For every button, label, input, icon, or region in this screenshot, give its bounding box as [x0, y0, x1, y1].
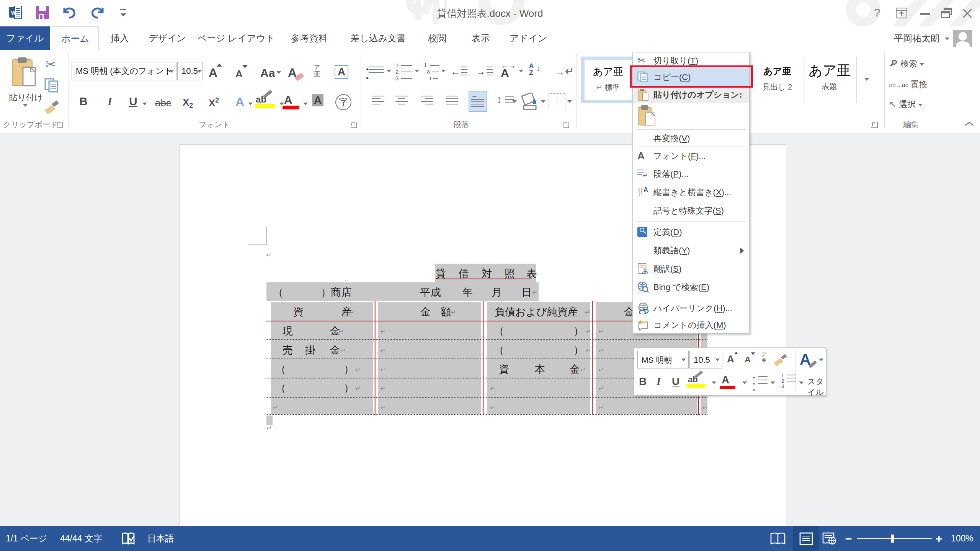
- zoom-out-icon[interactable]: −: [845, 526, 852, 551]
- bullet-list-dropdown-icon[interactable]: [387, 70, 391, 72]
- underline-dropdown-icon[interactable]: [142, 103, 147, 105]
- font-color-icon[interactable]: A: [284, 93, 292, 106]
- line-spacing-dropdown-icon[interactable]: [512, 100, 517, 103]
- proofing-icon[interactable]: [122, 532, 136, 545]
- shrink-font-icon[interactable]: A: [235, 68, 243, 80]
- font-size-select[interactable]: 10.5: [177, 62, 203, 80]
- mini-highlight-icon[interactable]: ab: [688, 375, 698, 385]
- tab-addins[interactable]: アドイン: [506, 26, 551, 50]
- italic-icon[interactable]: I: [108, 95, 112, 108]
- menu-item-translate[interactable]: あ翻訳(S): [633, 260, 749, 278]
- format-painter-icon[interactable]: [44, 99, 60, 115]
- superscript-icon[interactable]: X2: [209, 96, 219, 109]
- mini-highlight-dropdown-icon[interactable]: [712, 381, 716, 384]
- select-button[interactable]: ↖ 選択: [889, 99, 923, 110]
- justify-icon[interactable]: [446, 96, 458, 106]
- sort-icon[interactable]: AZ↓: [529, 63, 534, 77]
- page-indicator[interactable]: 1/1 ページ: [6, 526, 47, 551]
- tab-view[interactable]: 表示: [460, 26, 502, 50]
- print-layout-button[interactable]: [793, 526, 819, 551]
- bullet-list-icon[interactable]: [369, 67, 384, 75]
- menu-item-reconvert[interactable]: 再変換(V): [633, 130, 749, 147]
- bold-icon[interactable]: B: [79, 95, 88, 108]
- distribute-icon[interactable]: ↔: [469, 91, 487, 112]
- word-count[interactable]: 44/44 文字: [60, 526, 102, 551]
- strikethrough-icon[interactable]: abc: [155, 97, 171, 109]
- enclose-characters-icon[interactable]: 字: [335, 94, 351, 110]
- menu-item-symbol[interactable]: 記号と特殊文字(S): [633, 202, 749, 220]
- underline-icon[interactable]: U: [129, 95, 137, 108]
- show-marks-icon[interactable]: →↵: [554, 65, 574, 78]
- mini-grow-font-icon[interactable]: A: [727, 353, 734, 365]
- style-title[interactable]: あア亜 表題: [803, 57, 856, 103]
- numbered-list-icon[interactable]: 123: [395, 62, 399, 82]
- grow-font-icon[interactable]: A: [209, 66, 217, 80]
- avatar[interactable]: [953, 30, 972, 47]
- tab-home[interactable]: ホーム: [52, 26, 99, 50]
- zoom-slider-thumb[interactable]: [891, 535, 894, 543]
- mini-phonetic-icon[interactable]: ア亜: [761, 352, 767, 363]
- font-color-dropdown-icon[interactable]: [303, 103, 308, 105]
- collapse-ribbon-icon[interactable]: [965, 120, 973, 126]
- replace-button[interactable]: ab→ac 置換: [889, 79, 928, 90]
- menu-item-text-direction[interactable]: |||↓↓A縦書きと横書き(X)...: [633, 183, 749, 202]
- decrease-indent-icon[interactable]: ←: [451, 66, 461, 78]
- menu-item-font[interactable]: Aフォント(F)...: [633, 147, 749, 165]
- copy-icon[interactable]: [44, 78, 60, 93]
- tab-insert[interactable]: 挿入: [101, 26, 139, 50]
- highlight-dropdown-icon[interactable]: [279, 103, 284, 105]
- menu-item-synonym[interactable]: 類義語(Y): [633, 241, 749, 260]
- close-icon[interactable]: [962, 8, 972, 18]
- restore-icon[interactable]: [941, 8, 952, 18]
- zoom-level[interactable]: 100%: [951, 526, 973, 551]
- clear-formatting-icon[interactable]: A: [288, 66, 297, 80]
- user-account[interactable]: 平岡祐太朗: [894, 26, 949, 50]
- language-indicator[interactable]: 日本語: [147, 526, 174, 551]
- zoom-slider-track[interactable]: [857, 538, 932, 539]
- ribbon-display-options-icon[interactable]: [896, 8, 907, 18]
- mini-font-color-dropdown-icon[interactable]: [742, 381, 747, 384]
- font-name-select[interactable]: MS 明朝 (本文のフォント: [72, 62, 176, 80]
- mini-font-name-select[interactable]: MS 明朝: [637, 351, 689, 368]
- menu-item-hyperlink[interactable]: ハイパーリンク(H)...: [633, 300, 749, 317]
- shading-icon[interactable]: [521, 93, 540, 111]
- tab-references[interactable]: 参考資料: [281, 26, 338, 50]
- mini-underline-icon[interactable]: U: [672, 375, 679, 388]
- minimize-icon[interactable]: [920, 13, 930, 15]
- character-shading-icon[interactable]: A: [312, 94, 323, 106]
- phonetic-guide-icon[interactable]: ア亜: [314, 64, 320, 77]
- web-layout-icon[interactable]: [822, 532, 837, 545]
- menu-item-paste-keep-format[interactable]: [633, 103, 749, 129]
- help-icon[interactable]: ?: [874, 6, 880, 19]
- tab-mailings[interactable]: 差し込み文書: [342, 26, 415, 50]
- style-heading2[interactable]: あア亜 見出し 2: [751, 57, 803, 103]
- align-center-icon[interactable]: [395, 96, 408, 106]
- style-normal[interactable]: あア亜 ↵ 標準: [581, 57, 635, 103]
- line-spacing-icon[interactable]: ↕: [497, 93, 502, 106]
- numbered-list-dropdown-icon[interactable]: [415, 70, 419, 72]
- mini-numbering-dropdown-icon[interactable]: [799, 381, 804, 384]
- menu-item-define[interactable]: 定義(D): [633, 223, 749, 241]
- mini-bold-icon[interactable]: B: [639, 375, 647, 388]
- mini-font-color-icon[interactable]: A: [722, 374, 729, 386]
- tab-page-layout[interactable]: ページ レイアウト: [196, 26, 277, 50]
- zoom-in-icon[interactable]: +: [936, 526, 942, 551]
- menu-item-insert-comment[interactable]: コメントの挿入(M): [633, 317, 749, 333]
- tab-design[interactable]: デザイン: [143, 26, 192, 50]
- text-effects-icon[interactable]: A: [235, 95, 244, 109]
- tab-review[interactable]: 校閲: [418, 26, 456, 50]
- borders-icon[interactable]: [549, 93, 565, 110]
- subscript-icon[interactable]: X2: [183, 96, 193, 110]
- menu-item-bing-search[interactable]: Bing で検索(E): [633, 278, 749, 297]
- shading-dropdown-icon[interactable]: [541, 100, 546, 103]
- find-button[interactable]: 🔎︎ 検索: [889, 58, 924, 70]
- menu-item-paragraph[interactable]: ↵段落(P)...: [633, 165, 749, 183]
- paragraph-dialog-launcher-icon[interactable]: [563, 122, 569, 128]
- increase-indent-icon[interactable]: →: [476, 66, 486, 78]
- mini-styles-icon[interactable]: A: [800, 351, 811, 368]
- mini-font-size-select[interactable]: 10.5: [689, 351, 722, 368]
- tab-file[interactable]: ファイル: [0, 26, 50, 50]
- change-case-icon[interactable]: Aa: [260, 67, 281, 80]
- mini-italic-icon[interactable]: I: [657, 375, 661, 388]
- mini-bullets-dropdown-icon[interactable]: [771, 381, 775, 384]
